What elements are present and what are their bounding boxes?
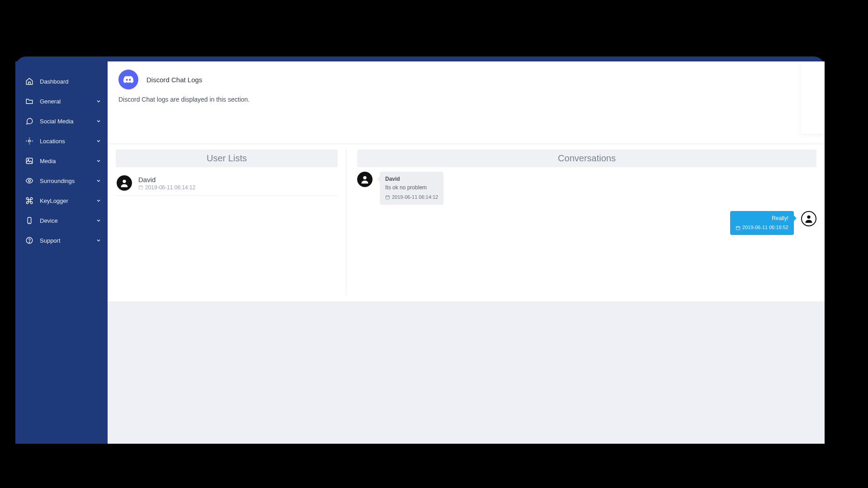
page-subtitle: Discord Chat logs are displayed in this … <box>118 96 814 103</box>
chat-icon <box>25 117 33 125</box>
image-icon <box>25 157 33 165</box>
message-row-outgoing: Really! 2019-06-11 06:18:52 <box>357 211 816 235</box>
panel-title-user-lists: User Lists <box>116 150 338 167</box>
folder-icon <box>25 97 33 105</box>
message-bubble[interactable]: David Its ok no problem 2019-06-11 06:14… <box>380 172 443 205</box>
message-timestamp: 2019-06-11 06:18:52 <box>736 224 788 231</box>
sidebar-item-label: General <box>40 98 96 105</box>
svg-point-2 <box>28 160 29 160</box>
sidebar: Dashboard General Social Media <box>15 61 108 444</box>
user-list-item[interactable]: David 2019-06-11 06:14:12 <box>116 172 338 196</box>
chevron-down-icon <box>96 198 101 203</box>
svg-rect-11 <box>736 226 740 230</box>
sidebar-item-device[interactable]: Device <box>15 211 108 230</box>
page-header: Discord Chat Logs Discord Chat logs are … <box>108 61 825 144</box>
sidebar-item-dashboard[interactable]: Dashboard <box>15 71 108 91</box>
chevron-down-icon <box>96 238 101 243</box>
sidebar-item-social-media[interactable]: Social Media <box>15 111 108 131</box>
user-timestamp: 2019-06-11 06:14:12 <box>138 184 195 191</box>
avatar-icon <box>117 175 132 191</box>
sidebar-item-locations[interactable]: Locations <box>15 131 108 151</box>
svg-rect-8 <box>139 186 142 189</box>
chevron-down-icon <box>96 158 101 164</box>
svg-point-3 <box>28 180 31 182</box>
calendar-icon <box>385 195 390 200</box>
home-icon <box>25 77 33 85</box>
help-icon <box>25 236 33 244</box>
sidebar-item-general[interactable]: General <box>15 91 108 111</box>
app-frame: Dashboard General Social Media <box>15 61 825 444</box>
location-icon <box>25 137 33 145</box>
user-name: David <box>138 176 195 183</box>
message-body: Really! <box>736 215 788 222</box>
sidebar-item-surroundings[interactable]: Surroundings <box>15 171 108 191</box>
svg-point-12 <box>807 215 810 218</box>
svg-point-0 <box>28 140 31 142</box>
page-title: Discord Chat Logs <box>146 76 202 84</box>
calendar-icon <box>736 225 741 230</box>
message-body: Its ok no problem <box>385 184 438 192</box>
panel-title-conversations: Conversations <box>357 150 816 167</box>
phone-icon <box>25 216 33 225</box>
message-sender: David <box>385 175 438 183</box>
sidebar-item-label: Device <box>40 217 96 224</box>
chevron-down-icon <box>96 218 101 223</box>
discord-icon <box>118 70 138 89</box>
sidebar-item-label: Dashboard <box>40 78 96 85</box>
message-timestamp: 2019-06-11 06:14:12 <box>385 194 438 201</box>
svg-point-6 <box>29 242 29 242</box>
sidebar-item-support[interactable]: Support <box>15 230 108 250</box>
chevron-down-icon <box>96 178 101 183</box>
eye-icon <box>25 177 33 185</box>
sidebar-item-label: KeyLogger <box>40 197 96 204</box>
svg-rect-1 <box>26 158 33 164</box>
user-lists-panel: User Lists David 2019-06-11 06:14:12 <box>116 150 346 295</box>
sidebar-item-media[interactable]: Media <box>15 151 108 171</box>
svg-point-7 <box>123 180 126 183</box>
sidebar-item-label: Media <box>40 158 96 164</box>
conversations-panel: Conversations David Its ok no problem 20… <box>346 150 816 295</box>
sidebar-item-label: Locations <box>40 138 96 145</box>
svg-rect-10 <box>386 196 389 199</box>
message-row-incoming: David Its ok no problem 2019-06-11 06:14… <box>357 172 816 205</box>
content-panels: User Lists David 2019-06-11 06:14:12 <box>108 144 825 301</box>
svg-point-9 <box>363 176 366 179</box>
sidebar-item-label: Support <box>40 237 96 244</box>
chevron-down-icon <box>96 99 101 104</box>
message-bubble[interactable]: Really! 2019-06-11 06:18:52 <box>730 211 794 235</box>
topbar-overflow-panel <box>801 61 825 134</box>
avatar-icon <box>357 172 373 187</box>
calendar-icon <box>138 185 143 190</box>
sidebar-item-keylogger[interactable]: KeyLogger <box>15 191 108 211</box>
avatar-icon <box>801 211 816 226</box>
main-area: Discord Chat Logs Discord Chat logs are … <box>108 61 825 444</box>
command-icon <box>25 197 33 205</box>
sidebar-item-label: Surroundings <box>40 178 96 184</box>
chevron-down-icon <box>96 138 101 144</box>
sidebar-item-label: Social Media <box>40 118 96 125</box>
chevron-down-icon <box>96 118 101 124</box>
